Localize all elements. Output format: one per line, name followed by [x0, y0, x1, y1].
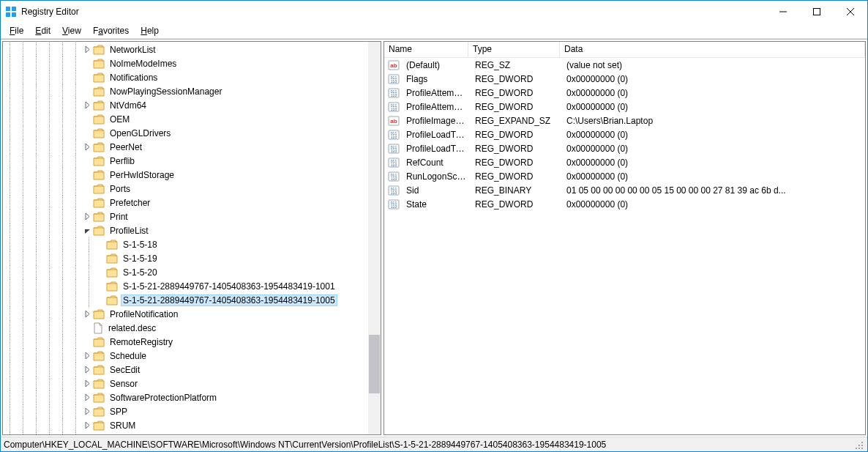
value-row[interactable]: 011110ProfileAttempte...REG_DWORD0x00000… — [384, 100, 865, 114]
column-name[interactable]: Name — [384, 42, 468, 57]
chevron-right-icon[interactable] — [82, 100, 93, 111]
value-row[interactable]: 011110ProfileLoadTim...REG_DWORD0x000000… — [384, 127, 865, 141]
column-data[interactable]: Data — [560, 42, 865, 57]
column-type[interactable]: Type — [468, 42, 560, 57]
value-row[interactable]: 011110RunLogonScript...REG_DWORD0x000000… — [384, 169, 865, 183]
tree-item[interactable]: Prefetcher — [3, 196, 381, 210]
tree-item[interactable]: PerHwIdStorage — [3, 168, 381, 182]
tree-item[interactable]: Schedule — [3, 349, 381, 363]
values-pane: Name Type Data ab(Default)REG_SZ(value n… — [384, 41, 866, 435]
chevron-right-icon[interactable] — [82, 308, 93, 319]
folder-icon — [93, 198, 105, 208]
tree-item[interactable]: S-1-5-20 — [3, 265, 381, 279]
expander-none — [82, 155, 93, 166]
close-button[interactable] — [834, 1, 867, 23]
tree-item[interactable]: Notifications — [3, 70, 381, 84]
tree-item[interactable]: OEM — [3, 112, 381, 126]
expander-none — [82, 127, 93, 138]
menu-favorites[interactable]: Favorites — [87, 24, 135, 37]
folder-icon — [93, 184, 105, 194]
minimize-button[interactable] — [766, 1, 800, 23]
tree-scrollbar-thumb[interactable] — [369, 335, 380, 393]
tree-item[interactable]: NtVdm64 — [3, 98, 381, 112]
tree-scrollbar[interactable] — [368, 42, 381, 434]
value-row[interactable]: 011110FlagsREG_DWORD0x00000000 (0) — [384, 72, 865, 86]
value-row[interactable]: 011110ProfileAttempte...REG_DWORD0x00000… — [384, 86, 865, 100]
registry-tree[interactable]: NetworkListNoImeModeImesNotificationsNow… — [3, 42, 381, 434]
expander-none — [95, 281, 106, 292]
tree-item[interactable]: SecEdit — [3, 363, 381, 377]
folder-icon — [93, 351, 105, 361]
chevron-right-icon[interactable] — [82, 211, 93, 222]
tree-item[interactable]: SRUM — [3, 418, 381, 432]
menu-file[interactable]: File — [4, 24, 29, 37]
binary-value-icon: 011110 — [388, 185, 400, 196]
chevron-down-icon[interactable] — [82, 225, 93, 236]
value-row[interactable]: 011110SidREG_BINARY01 05 00 00 00 00 00 … — [384, 183, 865, 197]
tree-item[interactable]: S-1-5-21-2889449767-1405408363-195448341… — [3, 293, 381, 307]
folder-icon — [93, 45, 105, 55]
value-row[interactable]: abProfileImagePathREG_EXPAND_SZC:\Users\… — [384, 114, 865, 127]
menu-view[interactable]: View — [56, 24, 87, 37]
value-name: Sid — [402, 185, 471, 196]
tree-item[interactable]: ProfileNotification — [3, 307, 381, 321]
tree-item[interactable]: Superfetch — [3, 432, 381, 434]
value-row[interactable]: ab(Default)REG_SZ(value not set) — [384, 58, 865, 72]
binary-value-icon: 011110 — [388, 199, 400, 210]
chevron-right-icon[interactable] — [82, 392, 93, 403]
maximize-button[interactable] — [800, 1, 834, 23]
chevron-right-icon[interactable] — [82, 378, 93, 389]
folder-icon — [93, 114, 105, 125]
app-icon — [5, 6, 17, 18]
tree-item[interactable]: Sensor — [3, 377, 381, 390]
folder-icon — [93, 407, 105, 417]
tree-item[interactable]: Perflib — [3, 154, 381, 168]
chevron-right-icon[interactable] — [82, 141, 93, 152]
tree-item[interactable]: NowPlayingSessionManager — [3, 84, 381, 98]
tree-item-label: OEM — [108, 114, 132, 125]
tree-item[interactable]: S-1-5-21-2889449767-1405408363-195448341… — [3, 279, 381, 293]
value-row[interactable]: 011110ProfileLoadTim...REG_DWORD0x000000… — [384, 141, 865, 155]
tree-item[interactable]: SoftwareProtectionPlatform — [3, 390, 381, 404]
value-type: REG_SZ — [471, 60, 562, 70]
chevron-right-icon[interactable] — [82, 364, 93, 375]
value-type: REG_DWORD — [471, 199, 562, 210]
value-type: REG_DWORD — [471, 144, 562, 154]
value-name: ProfileAttempte... — [402, 88, 471, 98]
chevron-right-icon[interactable] — [82, 44, 93, 55]
expander-none — [82, 183, 93, 194]
value-name: ProfileLoadTim... — [402, 130, 471, 140]
chevron-right-icon[interactable] — [82, 420, 93, 431]
tree-item-label: Schedule — [108, 350, 149, 362]
tree-item-label: NowPlayingSessionManager — [108, 86, 224, 97]
resize-grip-icon[interactable] — [853, 439, 864, 451]
menu-help[interactable]: Help — [135, 24, 165, 37]
chevron-right-icon[interactable] — [82, 350, 93, 361]
tree-item[interactable]: OpenGLDrivers — [3, 126, 381, 140]
tree-item[interactable]: SPP — [3, 404, 381, 418]
chevron-right-icon[interactable] — [82, 406, 93, 417]
tree-item[interactable]: Ports — [3, 182, 381, 196]
values-list[interactable]: ab(Default)REG_SZ(value not set)011110Fl… — [384, 58, 865, 434]
tree-item[interactable]: RemoteRegistry — [3, 335, 381, 349]
menu-edit[interactable]: Edit — [29, 24, 56, 37]
values-header[interactable]: Name Type Data — [384, 42, 865, 58]
tree-item[interactable]: Print — [3, 210, 381, 223]
folder-icon — [93, 170, 105, 180]
tree-item[interactable]: ProfileList — [3, 223, 381, 237]
folder-icon — [93, 73, 105, 83]
tree-item[interactable]: PeerNet — [3, 140, 381, 154]
tree-item[interactable]: S-1-5-19 — [3, 251, 381, 265]
value-row[interactable]: 011110RefCountREG_DWORD0x00000000 (0) — [384, 155, 865, 169]
value-row[interactable]: 011110StateREG_DWORD0x00000000 (0) — [384, 197, 865, 211]
svg-rect-4 — [814, 9, 820, 15]
tree-item[interactable]: related.desc — [3, 321, 381, 335]
tree-item[interactable]: NoImeModeImes — [3, 56, 381, 70]
tree-item[interactable]: NetworkList — [3, 42, 381, 56]
chevron-right-icon[interactable] — [82, 434, 93, 434]
folder-icon — [93, 337, 105, 347]
menubar: File Edit View Favorites Help — [1, 23, 867, 39]
svg-point-40 — [858, 445, 860, 446]
tree-item[interactable]: S-1-5-18 — [3, 237, 381, 251]
folder-icon — [106, 267, 118, 278]
